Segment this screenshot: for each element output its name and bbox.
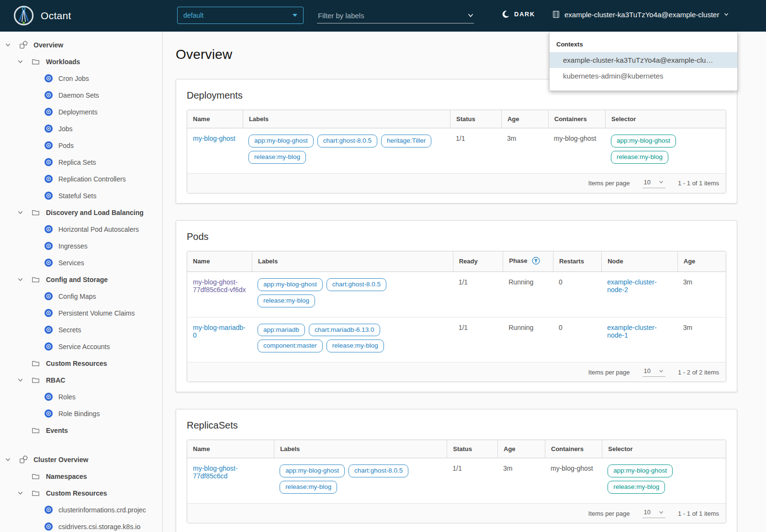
- sidebar-item-cron-jobs[interactable]: Cron Jobs: [0, 70, 162, 87]
- horizontal-pod-autoscalers-icon: [44, 225, 58, 234]
- label-pill: release:my-blog: [608, 481, 665, 494]
- column-header-name[interactable]: Name: [187, 110, 243, 128]
- card-title: ReplicaSets: [187, 420, 726, 431]
- column-header-name[interactable]: Name: [187, 440, 274, 458]
- sidebar-item-discovery-and-load-balancing[interactable]: Discovery and Load Balancing: [0, 204, 162, 221]
- resource-link[interactable]: my-blog-ghost-77df85c6cd: [193, 464, 237, 480]
- sidebar-item-services[interactable]: Services: [0, 254, 162, 271]
- chevron-down-icon[interactable]: [17, 58, 32, 65]
- sidebar-item-label: Discovery and Load Balancing: [46, 209, 144, 216]
- column-header-labels[interactable]: Labels: [243, 110, 450, 128]
- sidebar-item-rbac[interactable]: RBAC: [0, 372, 162, 388]
- pagination: Items per page101 - 2 of 2 items: [194, 367, 719, 377]
- column-header-phase[interactable]: Phase: [503, 251, 553, 272]
- chevron-down-icon[interactable]: [17, 209, 32, 215]
- sidebar-item-pods[interactable]: Pods: [0, 137, 162, 154]
- items-per-page-label: Items per page: [588, 510, 630, 517]
- applications-icon: [19, 455, 34, 464]
- chevron-down-icon[interactable]: [17, 377, 32, 383]
- column-header-node[interactable]: Node: [601, 251, 677, 272]
- cell-text: 3m: [683, 278, 692, 286]
- cell-text: 3m: [503, 464, 512, 472]
- resource-link[interactable]: my-blog-ghost: [193, 135, 236, 142]
- filter-icon[interactable]: [532, 257, 540, 266]
- folder-icon: [32, 57, 46, 66]
- sidebar-item-replication-controllers[interactable]: Replication Controllers: [0, 170, 162, 187]
- context-switcher[interactable]: example-cluster-ka3TuTzYo4a@example-clus…: [552, 10, 729, 19]
- column-header-ready[interactable]: Ready: [453, 251, 503, 272]
- sidebar-item-replica-sets[interactable]: Replica Sets: [0, 154, 162, 170]
- sidebar-item-roles[interactable]: Roles: [0, 388, 162, 405]
- jobs-icon: [44, 124, 58, 133]
- sidebar-item-config-and-storage[interactable]: Config and Storage: [0, 271, 162, 288]
- cluster-icon: [552, 10, 560, 19]
- page-size-select[interactable]: 10: [642, 179, 665, 188]
- namespace-select[interactable]: default: [177, 7, 304, 24]
- context-label: example-cluster-ka3TuTzYo4a@example-clus…: [564, 11, 719, 19]
- sidebar-item-jobs[interactable]: Jobs: [0, 120, 162, 137]
- contexts-menu-title: Contexts: [550, 35, 737, 52]
- sidebar-item-deployments[interactable]: Deployments: [0, 103, 162, 120]
- sidebar-item-secrets[interactable]: Secrets: [0, 321, 162, 338]
- label-filter-input[interactable]: [317, 11, 453, 20]
- chevron-down-icon[interactable]: [17, 490, 32, 496]
- column-header-status[interactable]: Status: [450, 110, 501, 128]
- column-header-containers[interactable]: Containers: [545, 440, 602, 458]
- sidebar-item-role-bindings[interactable]: Role Bindings: [0, 405, 162, 422]
- sidebar-item-events[interactable]: Events: [0, 422, 162, 439]
- sidebar-item-label: Services: [58, 259, 84, 267]
- card-deployments: DeploymentsNameLabelsStatusAgeContainers…: [176, 79, 737, 204]
- sidebar-item-cluster-overview[interactable]: Cluster Overview: [0, 451, 162, 468]
- sidebar-item-label: Namespaces: [46, 473, 87, 480]
- chevron-down-icon[interactable]: [17, 276, 32, 283]
- resource-link[interactable]: example-cluster-node-1: [607, 324, 656, 339]
- folder-icon: [32, 489, 46, 497]
- sidebar-item-ingresses[interactable]: Ingresses: [0, 238, 162, 254]
- table-row: my-blog-ghost-77df85c6cd-vf6dxapp:my-blo…: [187, 272, 726, 317]
- column-header-age[interactable]: Age: [497, 440, 545, 458]
- resource-link[interactable]: my-blog-mariadb-0: [193, 324, 246, 339]
- resource-link[interactable]: my-blog-ghost-77df85c6cd-vf6dx: [193, 278, 246, 294]
- sidebar-item-stateful-sets[interactable]: Stateful Sets: [0, 187, 162, 204]
- sidebar-item-daemon-sets[interactable]: Daemon Sets: [0, 87, 162, 103]
- chevron-down-icon[interactable]: [467, 12, 474, 19]
- dark-mode-toggle[interactable]: DARK: [502, 10, 535, 18]
- sidebar-item-custom-resources[interactable]: Custom Resources: [0, 355, 162, 372]
- page-size-select[interactable]: 10: [642, 509, 665, 518]
- cron-jobs-icon: [44, 74, 58, 83]
- sidebar-item-overview[interactable]: Overview: [0, 36, 162, 53]
- column-header-labels[interactable]: Labels: [274, 440, 447, 458]
- sidebar-item-label: csidrivers.csi.storage.k8s.io: [58, 523, 140, 531]
- card-title: Pods: [187, 231, 726, 242]
- column-header-age[interactable]: Age: [501, 110, 548, 128]
- column-header-restarts[interactable]: Restarts: [553, 251, 601, 272]
- sidebar-item-horizontal-pod-autoscalers[interactable]: Horizontal Pod Autoscalers: [0, 221, 162, 238]
- context-menu-item[interactable]: kubernetes-admin@kubernetes: [550, 68, 737, 84]
- sidebar-item-service-accounts[interactable]: Service Accounts: [0, 338, 162, 355]
- sidebar-item-label: Stateful Sets: [58, 192, 96, 200]
- column-header-selector[interactable]: Selector: [602, 440, 726, 458]
- sidebar-item-config-maps[interactable]: Config Maps: [0, 288, 162, 305]
- sidebar-item-namespaces[interactable]: Namespaces: [0, 468, 162, 485]
- column-header-name[interactable]: Name: [187, 251, 252, 272]
- sidebar-item-label: RBAC: [46, 376, 65, 384]
- sidebar-item-persistent-volume-claims[interactable]: Persistent Volume Claims: [0, 305, 162, 321]
- column-header-status[interactable]: Status: [447, 440, 497, 458]
- chevron-down-icon[interactable]: [5, 456, 19, 463]
- chevron-down-icon[interactable]: [5, 42, 19, 48]
- column-header-containers[interactable]: Containers: [548, 110, 605, 128]
- column-header-age[interactable]: Age: [677, 251, 726, 272]
- column-header-labels[interactable]: Labels: [252, 251, 453, 272]
- sidebar-item-clusterinformations-crd-projec[interactable]: clusterinformations.crd.projec: [0, 501, 162, 518]
- sidebar-item-label: Custom Resources: [46, 360, 107, 367]
- sidebar-item-csidrivers-csi-storage-k8s-io[interactable]: csidrivers.csi.storage.k8s.io: [0, 518, 162, 532]
- resource-link[interactable]: example-cluster-node-2: [607, 278, 656, 294]
- context-menu-item[interactable]: example-cluster-ka3TuTzYo4a@example-clu…: [550, 52, 737, 68]
- page-size-select[interactable]: 10: [642, 367, 665, 377]
- table-row: my-blog-ghost-77df85c6cdapp:my-blog-ghos…: [187, 458, 726, 503]
- sidebar-item-workloads[interactable]: Workloads: [0, 53, 162, 70]
- sidebar-item-custom-resources[interactable]: Custom Resources: [0, 485, 162, 501]
- pods-table: NameLabelsReadyPhaseRestartsNodeAgemy-bl…: [187, 251, 726, 383]
- column-header-selector[interactable]: Selector: [605, 110, 726, 128]
- folder-icon: [32, 275, 46, 283]
